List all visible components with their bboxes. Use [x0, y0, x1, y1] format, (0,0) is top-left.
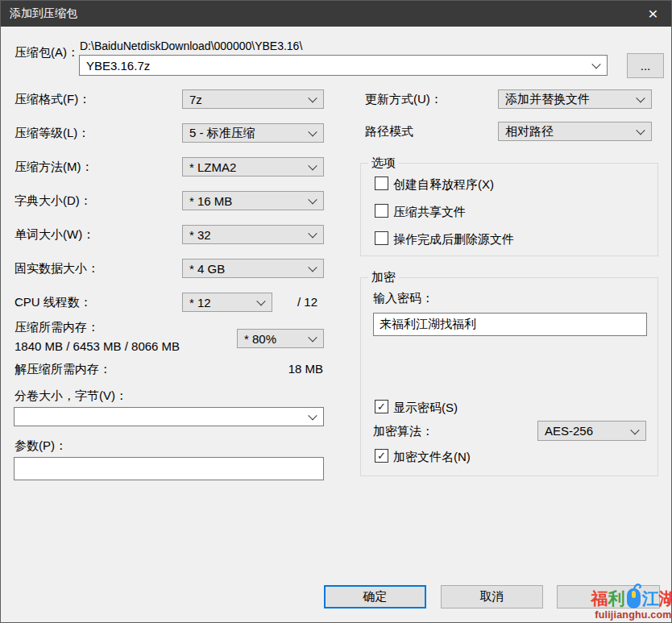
watermark-domain: fulijianghu.com: [593, 609, 672, 621]
show-password-label[interactable]: 显示密码(S): [393, 401, 458, 416]
path-mode-value: 相对路径: [505, 124, 554, 139]
dictionary-size-label: 字典大小(D)：: [15, 193, 92, 209]
chevron-down-icon: [591, 60, 600, 69]
checkmark: ✓: [377, 451, 386, 461]
chevron-down-icon: [308, 127, 317, 136]
word-size-combobox[interactable]: * 32: [182, 225, 324, 244]
chevron-down-icon: [636, 93, 645, 102]
archive-dir-path: D:\BaiduNetdiskDownload\000000\YBE3.16\: [80, 39, 302, 52]
encrypt-names-checkbox[interactable]: ✓: [375, 449, 388, 463]
decompress-memory-value: 18 MB: [243, 362, 323, 376]
chevron-down-icon: [636, 126, 645, 135]
chevron-down-icon: [308, 263, 317, 272]
dialog-title: 添加到压缩包: [10, 6, 77, 21]
chevron-down-icon: [308, 195, 317, 204]
cpu-threads-total: / 12: [297, 295, 317, 309]
method-value: * LZMA2: [189, 160, 236, 174]
format-label: 压缩格式(F)：: [15, 92, 90, 107]
title-bar[interactable]: 添加到压缩包 ×: [1, 1, 671, 27]
delete-after-checkbox[interactable]: [375, 231, 388, 245]
checkmark: ✓: [377, 401, 386, 412]
volume-size-combobox[interactable]: [14, 407, 324, 426]
delete-after-label[interactable]: 操作完成后删除源文件: [393, 232, 514, 247]
add-to-archive-dialog: 添加到压缩包 × 压缩包(A)： D:\BaiduNetdiskDownload…: [0, 0, 672, 623]
memory-usage-detail: 1840 MB / 6453 MB / 8066 MB: [15, 339, 180, 353]
cpu-threads-combobox[interactable]: * 12: [182, 293, 272, 312]
chevron-down-icon: [630, 426, 639, 434]
browse-button[interactable]: ...: [627, 53, 664, 78]
parameters-label: 参数(P)：: [15, 438, 67, 454]
encryption-group-title: 加密: [368, 270, 399, 285]
cancel-button[interactable]: 取消: [441, 585, 543, 608]
update-mode-combobox[interactable]: 添加并替换文件: [498, 89, 652, 109]
password-value: 来福利江湖找福利: [380, 317, 476, 332]
archive-label: 压缩包(A)：: [15, 45, 79, 60]
memory-percent-value: * 80%: [244, 332, 276, 346]
encryption-group: [360, 277, 658, 476]
chevron-down-icon: [256, 297, 265, 305]
memory-usage-label: 压缩所需内存：: [15, 320, 99, 335]
encryption-method-value: AES-256: [545, 424, 593, 438]
encryption-method-combobox[interactable]: AES-256: [537, 421, 646, 441]
compress-shared-checkbox[interactable]: [375, 204, 388, 218]
update-mode-value: 添加并替换文件: [505, 92, 590, 107]
create-sfx-checkbox[interactable]: [375, 177, 388, 190]
encrypt-names-label[interactable]: 加密文件名(N): [393, 450, 471, 465]
format-combobox[interactable]: 7z: [182, 89, 324, 109]
watermark-char: 福: [591, 588, 608, 610]
browse-button-label: ...: [641, 59, 651, 73]
options-group-title: 选项: [368, 156, 399, 171]
word-size-label: 单词大小(W)：: [15, 227, 94, 243]
solid-block-size-label: 固实数据大小：: [15, 261, 99, 276]
close-icon[interactable]: ×: [635, 1, 671, 27]
solid-block-size-combobox[interactable]: * 4 GB: [182, 259, 324, 278]
chevron-down-icon: [308, 411, 317, 420]
dictionary-size-combobox[interactable]: * 16 MB: [182, 191, 324, 210]
archive-name-combobox[interactable]: YBE3.16.7z: [79, 55, 608, 76]
watermark-char: 江: [642, 588, 659, 610]
mouse-icon: [626, 586, 641, 608]
format-value: 7z: [189, 93, 202, 106]
volume-size-label: 分卷大小，字节(V)：: [15, 388, 127, 404]
encryption-method-label: 加密算法：: [373, 424, 433, 439]
chevron-down-icon: [308, 93, 317, 102]
create-sfx-label[interactable]: 创建自释放程序(X): [393, 177, 494, 193]
level-value: 5 - 标准压缩: [189, 126, 255, 141]
password-label: 输入密码：: [373, 291, 433, 306]
decompress-memory-label: 解压缩所需内存：: [15, 362, 111, 377]
update-mode-label: 更新方式(U)：: [365, 92, 442, 107]
ok-button[interactable]: 确定: [324, 585, 426, 608]
ok-button-label: 确定: [363, 589, 388, 604]
dictionary-size-value: * 16 MB: [189, 194, 232, 208]
chevron-down-icon: [308, 229, 317, 238]
cancel-button-label: 取消: [480, 589, 504, 604]
watermark-char: 利: [608, 588, 625, 610]
path-mode-label: 路径模式: [365, 124, 413, 139]
show-password-checkbox[interactable]: ✓: [375, 400, 388, 413]
word-size-value: * 32: [189, 228, 211, 242]
compress-shared-label[interactable]: 压缩共享文件: [393, 205, 466, 220]
path-mode-combobox[interactable]: 相对路径: [498, 122, 652, 141]
method-label: 压缩方法(M)：: [15, 160, 93, 175]
watermark-logo: 福 利 江 湖: [593, 585, 672, 613]
method-combobox[interactable]: * LZMA2: [182, 157, 324, 177]
memory-percent-combobox[interactable]: * 80%: [237, 329, 324, 348]
watermark-char: 湖: [659, 588, 672, 610]
chevron-down-icon: [308, 161, 317, 170]
password-input[interactable]: 来福利江湖找福利: [373, 313, 647, 336]
chevron-down-icon: [308, 333, 317, 342]
archive-name-value: YBE3.16.7z: [86, 59, 150, 73]
level-label: 压缩等级(L)：: [15, 126, 89, 141]
level-combobox[interactable]: 5 - 标准压缩: [182, 123, 324, 143]
parameters-input[interactable]: [14, 457, 324, 480]
cpu-threads-label: CPU 线程数：: [15, 295, 92, 310]
cpu-threads-value: * 12: [189, 296, 211, 309]
solid-block-size-value: * 4 GB: [189, 262, 225, 276]
